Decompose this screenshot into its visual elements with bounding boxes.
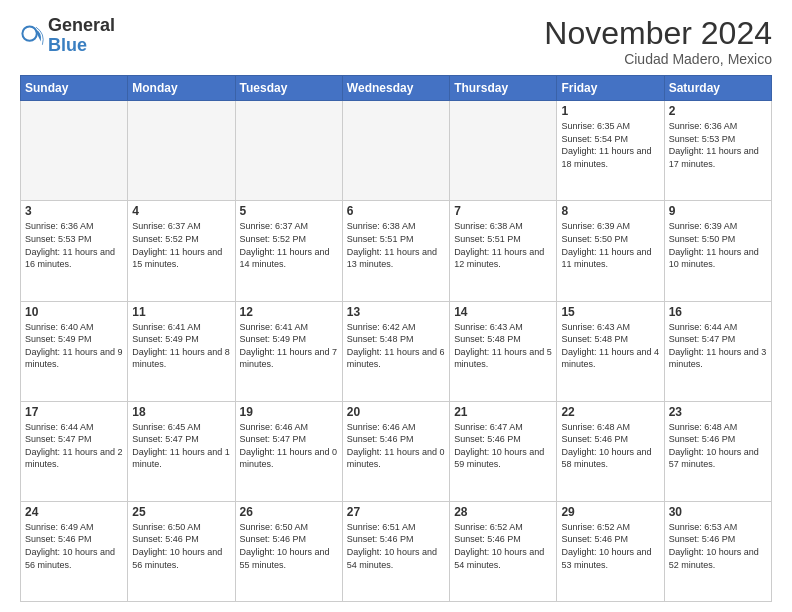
day-cell (21, 101, 128, 201)
day-cell: 27Sunrise: 6:51 AM Sunset: 5:46 PM Dayli… (342, 501, 449, 601)
day-number: 5 (240, 204, 338, 218)
calendar-container: General Blue November 2024 Ciudad Madero… (0, 0, 792, 612)
day-info: Sunrise: 6:39 AM Sunset: 5:50 PM Dayligh… (669, 220, 767, 270)
day-cell: 19Sunrise: 6:46 AM Sunset: 5:47 PM Dayli… (235, 401, 342, 501)
day-info: Sunrise: 6:36 AM Sunset: 5:53 PM Dayligh… (25, 220, 123, 270)
day-info: Sunrise: 6:44 AM Sunset: 5:47 PM Dayligh… (25, 421, 123, 471)
day-cell: 16Sunrise: 6:44 AM Sunset: 5:47 PM Dayli… (664, 301, 771, 401)
day-cell: 6Sunrise: 6:38 AM Sunset: 5:51 PM Daylig… (342, 201, 449, 301)
day-number: 25 (132, 505, 230, 519)
calendar-header-row: SundayMondayTuesdayWednesdayThursdayFrid… (21, 76, 772, 101)
day-info: Sunrise: 6:41 AM Sunset: 5:49 PM Dayligh… (132, 321, 230, 371)
day-number: 18 (132, 405, 230, 419)
day-header-saturday: Saturday (664, 76, 771, 101)
day-cell: 4Sunrise: 6:37 AM Sunset: 5:52 PM Daylig… (128, 201, 235, 301)
day-cell: 17Sunrise: 6:44 AM Sunset: 5:47 PM Dayli… (21, 401, 128, 501)
day-info: Sunrise: 6:42 AM Sunset: 5:48 PM Dayligh… (347, 321, 445, 371)
week-row-2: 10Sunrise: 6:40 AM Sunset: 5:49 PM Dayli… (21, 301, 772, 401)
day-number: 23 (669, 405, 767, 419)
logo-icon (20, 24, 44, 48)
svg-point-0 (22, 26, 36, 40)
day-cell: 1Sunrise: 6:35 AM Sunset: 5:54 PM Daylig… (557, 101, 664, 201)
day-number: 28 (454, 505, 552, 519)
day-info: Sunrise: 6:43 AM Sunset: 5:48 PM Dayligh… (561, 321, 659, 371)
day-info: Sunrise: 6:49 AM Sunset: 5:46 PM Dayligh… (25, 521, 123, 571)
day-number: 21 (454, 405, 552, 419)
day-number: 6 (347, 204, 445, 218)
day-number: 3 (25, 204, 123, 218)
day-cell: 9Sunrise: 6:39 AM Sunset: 5:50 PM Daylig… (664, 201, 771, 301)
day-header-monday: Monday (128, 76, 235, 101)
day-cell: 18Sunrise: 6:45 AM Sunset: 5:47 PM Dayli… (128, 401, 235, 501)
day-number: 17 (25, 405, 123, 419)
day-info: Sunrise: 6:47 AM Sunset: 5:46 PM Dayligh… (454, 421, 552, 471)
day-info: Sunrise: 6:52 AM Sunset: 5:46 PM Dayligh… (561, 521, 659, 571)
day-cell: 7Sunrise: 6:38 AM Sunset: 5:51 PM Daylig… (450, 201, 557, 301)
day-number: 4 (132, 204, 230, 218)
week-row-3: 17Sunrise: 6:44 AM Sunset: 5:47 PM Dayli… (21, 401, 772, 501)
day-cell: 11Sunrise: 6:41 AM Sunset: 5:49 PM Dayli… (128, 301, 235, 401)
day-cell: 29Sunrise: 6:52 AM Sunset: 5:46 PM Dayli… (557, 501, 664, 601)
day-number: 7 (454, 204, 552, 218)
day-header-thursday: Thursday (450, 76, 557, 101)
day-cell: 28Sunrise: 6:52 AM Sunset: 5:46 PM Dayli… (450, 501, 557, 601)
day-info: Sunrise: 6:37 AM Sunset: 5:52 PM Dayligh… (132, 220, 230, 270)
day-info: Sunrise: 6:36 AM Sunset: 5:53 PM Dayligh… (669, 120, 767, 170)
day-cell: 3Sunrise: 6:36 AM Sunset: 5:53 PM Daylig… (21, 201, 128, 301)
day-number: 16 (669, 305, 767, 319)
day-info: Sunrise: 6:46 AM Sunset: 5:47 PM Dayligh… (240, 421, 338, 471)
day-number: 10 (25, 305, 123, 319)
logo-blue: Blue (48, 35, 87, 55)
day-info: Sunrise: 6:50 AM Sunset: 5:46 PM Dayligh… (240, 521, 338, 571)
day-info: Sunrise: 6:40 AM Sunset: 5:49 PM Dayligh… (25, 321, 123, 371)
day-number: 24 (25, 505, 123, 519)
day-cell: 5Sunrise: 6:37 AM Sunset: 5:52 PM Daylig… (235, 201, 342, 301)
day-number: 26 (240, 505, 338, 519)
day-number: 8 (561, 204, 659, 218)
day-cell: 20Sunrise: 6:46 AM Sunset: 5:46 PM Dayli… (342, 401, 449, 501)
week-row-4: 24Sunrise: 6:49 AM Sunset: 5:46 PM Dayli… (21, 501, 772, 601)
logo-text: General Blue (48, 16, 115, 56)
day-cell: 14Sunrise: 6:43 AM Sunset: 5:48 PM Dayli… (450, 301, 557, 401)
logo-general: General (48, 15, 115, 35)
day-number: 27 (347, 505, 445, 519)
day-cell: 12Sunrise: 6:41 AM Sunset: 5:49 PM Dayli… (235, 301, 342, 401)
day-number: 29 (561, 505, 659, 519)
day-cell: 8Sunrise: 6:39 AM Sunset: 5:50 PM Daylig… (557, 201, 664, 301)
day-number: 13 (347, 305, 445, 319)
day-number: 15 (561, 305, 659, 319)
day-header-friday: Friday (557, 76, 664, 101)
day-cell: 26Sunrise: 6:50 AM Sunset: 5:46 PM Dayli… (235, 501, 342, 601)
day-info: Sunrise: 6:43 AM Sunset: 5:48 PM Dayligh… (454, 321, 552, 371)
day-info: Sunrise: 6:38 AM Sunset: 5:51 PM Dayligh… (347, 220, 445, 270)
month-title: November 2024 (544, 16, 772, 51)
day-number: 14 (454, 305, 552, 319)
day-number: 30 (669, 505, 767, 519)
header: General Blue November 2024 Ciudad Madero… (20, 16, 772, 67)
logo: General Blue (20, 16, 115, 56)
day-number: 12 (240, 305, 338, 319)
day-header-tuesday: Tuesday (235, 76, 342, 101)
day-number: 1 (561, 104, 659, 118)
day-info: Sunrise: 6:44 AM Sunset: 5:47 PM Dayligh… (669, 321, 767, 371)
title-block: November 2024 Ciudad Madero, Mexico (544, 16, 772, 67)
day-number: 2 (669, 104, 767, 118)
week-row-1: 3Sunrise: 6:36 AM Sunset: 5:53 PM Daylig… (21, 201, 772, 301)
day-info: Sunrise: 6:53 AM Sunset: 5:46 PM Dayligh… (669, 521, 767, 571)
day-info: Sunrise: 6:37 AM Sunset: 5:52 PM Dayligh… (240, 220, 338, 270)
day-info: Sunrise: 6:39 AM Sunset: 5:50 PM Dayligh… (561, 220, 659, 270)
day-number: 11 (132, 305, 230, 319)
day-cell: 23Sunrise: 6:48 AM Sunset: 5:46 PM Dayli… (664, 401, 771, 501)
day-number: 19 (240, 405, 338, 419)
day-cell: 10Sunrise: 6:40 AM Sunset: 5:49 PM Dayli… (21, 301, 128, 401)
day-cell: 2Sunrise: 6:36 AM Sunset: 5:53 PM Daylig… (664, 101, 771, 201)
week-row-0: 1Sunrise: 6:35 AM Sunset: 5:54 PM Daylig… (21, 101, 772, 201)
day-cell: 30Sunrise: 6:53 AM Sunset: 5:46 PM Dayli… (664, 501, 771, 601)
day-cell (128, 101, 235, 201)
day-cell: 15Sunrise: 6:43 AM Sunset: 5:48 PM Dayli… (557, 301, 664, 401)
day-info: Sunrise: 6:51 AM Sunset: 5:46 PM Dayligh… (347, 521, 445, 571)
day-cell (235, 101, 342, 201)
day-cell: 22Sunrise: 6:48 AM Sunset: 5:46 PM Dayli… (557, 401, 664, 501)
day-header-sunday: Sunday (21, 76, 128, 101)
day-header-wednesday: Wednesday (342, 76, 449, 101)
